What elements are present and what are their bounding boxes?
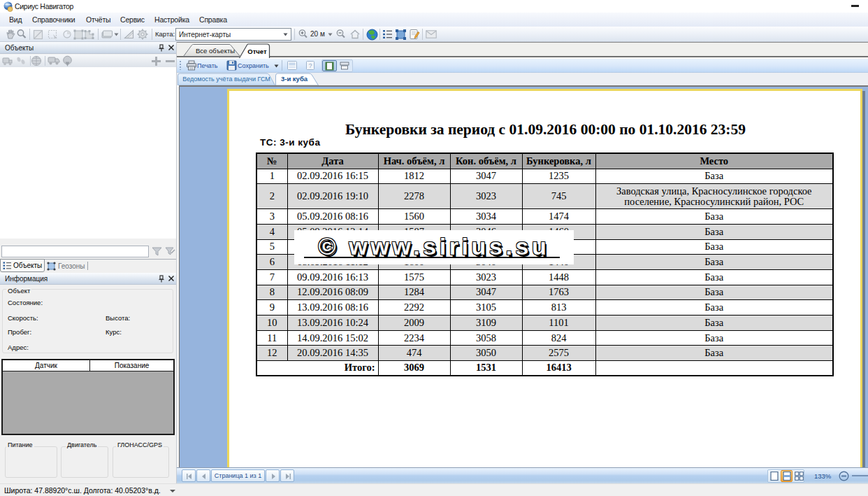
svg-text:?: ? — [308, 62, 312, 69]
